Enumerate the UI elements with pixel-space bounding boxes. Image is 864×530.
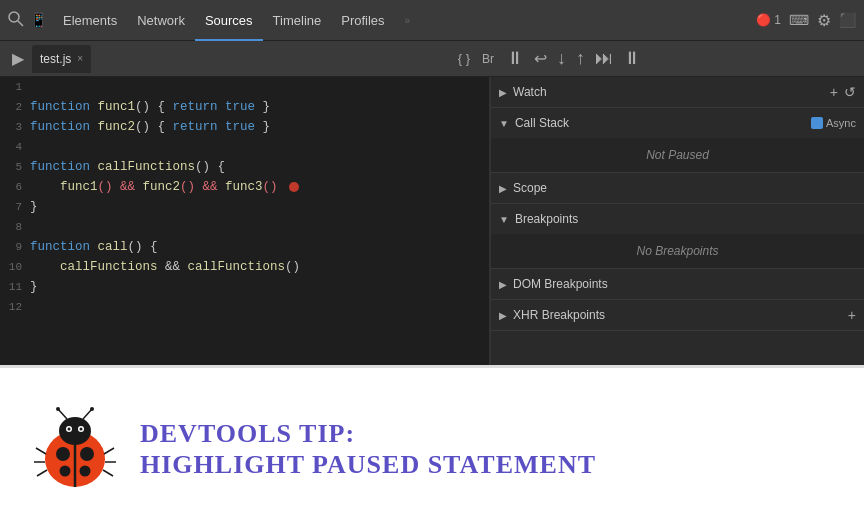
scope-label: Scope [513,181,856,195]
xhr-breakpoints-header[interactable]: ▶ XHR Breakpoints + [491,300,864,330]
watch-toggle[interactable]: ▶ [499,87,507,98]
code-line-12: 12 [0,297,489,317]
toolbar-left: ▶ test.js × { } Br [8,45,498,73]
source-panel[interactable]: 1 2 function func1() { return true } 3 f… [0,77,490,365]
code-line-11: 11 } [0,277,489,297]
code-line-6: 6 func1() && func2() && func3() [0,177,489,197]
code-line-1: 1 [0,77,489,97]
breakpoint-marker [289,182,299,192]
nav-sources[interactable]: Sources [195,0,263,41]
format-button[interactable]: { } [454,49,474,68]
no-breakpoints-text: No Breakpoints [507,238,848,264]
svg-point-11 [68,428,71,431]
tip-title: DevTools Tip: [140,418,596,449]
step-over-button[interactable]: ↓ [557,48,566,69]
watch-label: Watch [513,85,824,99]
watch-add-button[interactable]: + [830,84,838,100]
code-line-5: 5 function callFunctions() { [0,157,489,177]
watch-header[interactable]: ▶ Watch + ↺ [491,77,864,107]
console-button[interactable]: ⌨ [789,12,809,28]
pause-button[interactable]: ⏸ [506,48,524,69]
search-icon[interactable] [8,11,24,30]
watch-section: ▶ Watch + ↺ [491,77,864,108]
scope-section: ▶ Scope [491,173,864,204]
nav-right-actions: 🔴 1 ⌨ ⚙ ⬛ [756,11,856,30]
async-checkbox[interactable] [811,117,823,129]
refresh-break-button[interactable]: ↩ [534,49,547,68]
svg-line-13 [58,409,67,419]
toggle-breakpoints-button[interactable]: ⏸ [623,48,641,69]
breakpoints-header[interactable]: ▼ Breakpoints [491,204,864,234]
async-label: Async [811,117,856,129]
code-line-3: 3 function func2() { return true } [0,117,489,137]
nav-more[interactable]: » [395,0,421,41]
nav-timeline[interactable]: Timeline [263,0,332,41]
breakpoint-button[interactable]: Br [478,50,498,68]
nav-profiles[interactable]: Profiles [331,0,394,41]
nav-network[interactable]: Network [127,0,195,41]
svg-line-20 [104,448,114,454]
call-stack-label: Call Stack [515,116,805,130]
mobile-icon[interactable]: 📱 [30,12,47,28]
code-line-10: 10 callFunctions && callFunctions() [0,257,489,277]
watch-refresh-button[interactable]: ↺ [844,84,856,100]
breakpoints-section: ▼ Breakpoints No Breakpoints [491,204,864,269]
tip-subtitle: Highlight Paused Statement [140,450,596,480]
code-line-4: 4 [0,137,489,157]
nav-elements[interactable]: Elements [53,0,127,41]
xhr-breakpoints-toggle[interactable]: ▶ [499,310,507,321]
svg-line-1 [18,21,23,26]
tab-close-button[interactable]: × [77,53,83,64]
svg-point-14 [56,407,60,411]
tip-text: DevTools Tip: Highlight Paused Statement [140,418,596,479]
scope-toggle[interactable]: ▶ [499,183,507,194]
breakpoints-toggle[interactable]: ▼ [499,214,509,225]
scope-header[interactable]: ▶ Scope [491,173,864,203]
step-out-button[interactable]: ⏭ [595,48,613,69]
svg-line-15 [83,409,92,419]
svg-point-6 [80,447,94,461]
call-stack-toggle[interactable]: ▼ [499,118,509,129]
error-counter: 🔴 1 [756,13,781,27]
dom-breakpoints-label: DOM Breakpoints [513,277,856,291]
dom-breakpoints-section: ▶ DOM Breakpoints [491,269,864,300]
svg-point-16 [90,407,94,411]
breakpoints-label: Breakpoints [515,212,856,226]
ladybug-image [30,404,120,494]
settings-icon[interactable]: ⚙ [817,11,831,30]
play-button[interactable]: ▶ [8,47,28,70]
main-area: 1 2 function func1() { return true } 3 f… [0,77,864,365]
dock-icon[interactable]: ⬛ [839,12,856,28]
code-line-8: 8 [0,217,489,237]
file-tab[interactable]: test.js × [32,45,91,73]
dom-breakpoints-header[interactable]: ▶ DOM Breakpoints [491,269,864,299]
xhr-add-button[interactable]: + [848,307,856,323]
svg-point-7 [60,466,71,477]
call-stack-section: ▼ Call Stack Async Not Paused [491,108,864,173]
svg-point-12 [80,428,83,431]
svg-point-8 [80,466,91,477]
code-line-7: 7 } [0,197,489,217]
debugger-controls: ⏸ ↩ ↓ ↑ ⏭ ⏸ [498,48,641,69]
code-line-2: 2 function func1() { return true } [0,97,489,117]
xhr-breakpoints-actions: + [848,307,856,323]
top-nav-bar: 📱 Elements Network Sources Timeline Prof… [0,0,864,41]
async-text: Async [826,117,856,129]
dom-breakpoints-toggle[interactable]: ▶ [499,279,507,290]
watch-actions: + ↺ [830,84,856,100]
xhr-breakpoints-label: XHR Breakpoints [513,308,842,322]
svg-line-17 [36,448,46,454]
xhr-breakpoints-section: ▶ XHR Breakpoints + [491,300,864,331]
svg-point-0 [9,12,19,22]
not-paused-text: Not Paused [507,142,848,168]
step-into-button[interactable]: ↑ [576,48,585,69]
file-tab-label: test.js [40,52,71,66]
toolbar: ▶ test.js × { } Br ⏸ ↩ ↓ ↑ ⏭ ⏸ [0,41,864,77]
call-stack-content: Not Paused [491,138,864,172]
right-panel: ▶ Watch + ↺ ▼ Call Stack Async Not Pause… [490,77,864,365]
code-line-9: 9 function call() { [0,237,489,257]
call-stack-header[interactable]: ▼ Call Stack Async [491,108,864,138]
tip-section: DevTools Tip: Highlight Paused Statement [0,365,864,530]
svg-line-22 [103,470,113,476]
svg-point-5 [56,447,70,461]
